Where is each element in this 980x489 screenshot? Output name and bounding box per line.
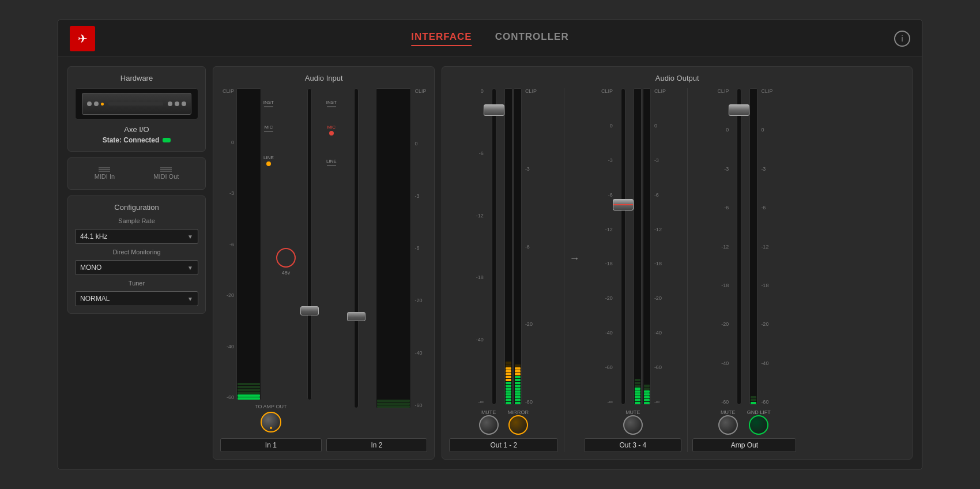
ampout-scale-right: CLIP 0 -3 -6 -12 -18 -20 -40 -60 — [760, 88, 771, 405]
ampout-meter — [749, 88, 757, 405]
in1-fader-area — [298, 88, 322, 400]
ampout-meter-single — [749, 88, 757, 405]
audio-output-title: Audio Output — [449, 74, 905, 82]
out34-section: CLIP 0 -3 -6 -12 -18 -20 -40 -60 -∞ — [584, 88, 688, 452]
device-knob-3 — [168, 101, 172, 106]
in2-fader-handle[interactable] — [347, 312, 365, 321]
in2-label: In 2 — [326, 438, 428, 452]
in2-line-label: LINE — [326, 159, 337, 167]
out34-scale-right: CLIP 0 -3 -6 -12 -18 -20 -40 -60 -∞ — [653, 88, 665, 405]
input-channels: CLIP 0 -3 -6 -20 -40 -60 — [220, 88, 427, 452]
midi-in-label: MIDI In — [95, 173, 115, 180]
ampout-gnd-label: GND LIFT — [747, 409, 771, 415]
phantom-power-button[interactable] — [276, 248, 296, 268]
in1-indicators: INST MIC LINE — [263, 88, 274, 400]
out12-mute-button[interactable] — [479, 415, 499, 435]
out12-meter-l-left — [504, 88, 512, 405]
out12-mute-ctrl: MUTE — [479, 409, 499, 435]
midi-out-icon — [160, 167, 172, 172]
out12-mute-label: MUTE — [481, 409, 496, 415]
state-label: State: Connected — [103, 136, 160, 144]
in1-label: In 1 — [220, 438, 322, 452]
audio-input-title: Audio Input — [220, 74, 427, 82]
out34-fader-track — [621, 88, 625, 405]
out34-mute-label: MUTE — [625, 409, 640, 415]
out34-scale-left: CLIP 0 -3 -6 -12 -18 -20 -40 -60 -∞ — [601, 88, 613, 405]
out34-meter-right — [643, 88, 651, 405]
tab-controller[interactable]: CONTROLLER — [495, 31, 569, 46]
ampout-label: Amp Out — [692, 438, 796, 452]
main-content: Hardware Axe I/O State: Connected — [58, 57, 922, 469]
ampout-gnd-button[interactable] — [749, 415, 768, 435]
direct-monitoring-value: MONO — [80, 264, 101, 272]
configuration-panel: Configuration Sample Rate 44.1 kHz ▼ Dir… — [67, 195, 206, 314]
ampout-mute-button[interactable] — [718, 415, 738, 435]
in2-meter — [376, 88, 412, 408]
sample-rate-select[interactable]: 44.1 kHz ▼ — [75, 229, 198, 244]
out34-mute-button[interactable] — [623, 415, 643, 435]
out12-scale-right: CLIP -3 -6 -20 -60 — [524, 88, 536, 405]
midi-out-label: MIDI Out — [153, 173, 179, 180]
out12-channels: 0 -6 -12 -18 -40 -∞ — [472, 88, 536, 405]
audio-input-panel: Audio Input CLIP 0 -3 -6 -20 -40 -60 — [213, 66, 435, 460]
to-amp-knob[interactable] — [261, 412, 281, 432]
midi-in-icon — [99, 167, 110, 172]
out34-bottom-controls: MUTE — [623, 409, 643, 435]
in1-meter — [236, 88, 261, 400]
out34-mute-ctrl: MUTE — [623, 409, 643, 435]
sample-rate-label: Sample Rate — [75, 217, 198, 224]
ampout-gnd-ctrl: GND LIFT — [747, 409, 771, 435]
tuner-select[interactable]: NORMAL ▼ — [75, 291, 198, 306]
hardware-device-image — [75, 88, 198, 119]
midi-out-item: MIDI Out — [153, 167, 179, 180]
hardware-title: Hardware — [75, 74, 198, 82]
tuner-label: Tuner — [75, 280, 198, 287]
device-knob-5 — [182, 101, 186, 106]
out12-fader-l — [486, 88, 502, 405]
device-knob-4 — [175, 101, 179, 106]
in2-meter-fader: INST MIC LINE — [326, 88, 428, 408]
tuner-value: NORMAL — [80, 295, 110, 303]
input-channel-2: INST MIC LINE — [326, 88, 428, 452]
out12-mirror-ctrl: MIRROR — [508, 409, 529, 435]
out12-mirror-label: MIRROR — [508, 409, 529, 415]
audio-output-panel: Audio Output 0 -6 -12 -18 -40 -∞ — [442, 66, 913, 460]
to-amp-label: TO AMP OUT — [255, 404, 287, 409]
header: ✈ INTERFACE CONTROLLER i — [58, 20, 922, 57]
in2-mic-label: MIC — [327, 125, 336, 137]
in2-indicators: INST MIC LINE — [326, 88, 337, 408]
left-panel: Hardware Axe I/O State: Connected — [67, 66, 206, 460]
out12-meter-l-right — [514, 88, 522, 405]
out12-fader-handle-l[interactable] — [484, 104, 504, 116]
device-knob-1 — [87, 101, 92, 106]
info-icon[interactable]: i — [894, 31, 910, 47]
phantom-label: 48v — [282, 270, 291, 276]
ampout-fader-handle[interactable] — [729, 104, 749, 116]
direct-monitoring-arrow: ▼ — [187, 265, 193, 271]
device-name: Axe I/O — [75, 125, 198, 134]
config-title: Configuration — [75, 203, 198, 212]
out12-bottom-controls: MUTE MIRROR — [479, 409, 529, 435]
ampout-scale-left: CLIP 0 -3 -6 -12 -18 -20 -40 -60 — [717, 88, 729, 405]
out34-meter-left — [634, 88, 642, 405]
device-led-1 — [101, 103, 104, 106]
in1-mic-label: MIC — [264, 125, 273, 133]
config-section: Sample Rate 44.1 kHz ▼ Direct Monitoring… — [75, 217, 198, 306]
out12-scale: 0 -6 -12 -18 -40 -∞ — [472, 88, 484, 405]
logo-icon[interactable]: ✈ — [70, 26, 95, 51]
in2-inst-label: INST — [326, 100, 337, 108]
sample-rate-arrow: ▼ — [187, 234, 193, 240]
out34-fader-handle[interactable] — [613, 199, 634, 210]
sample-rate-value: 44.1 kHz — [80, 232, 107, 240]
device-knob-2 — [94, 101, 99, 106]
in2-meter-segments — [377, 400, 410, 408]
in2-scale: CLIP 0 -3 -6 -20 -40 -60 — [413, 88, 427, 408]
in1-fader-handle[interactable] — [300, 306, 319, 315]
header-tabs: INTERFACE CONTROLLER — [411, 31, 568, 46]
midi-in-item: MIDI In — [95, 167, 115, 180]
direct-monitoring-select[interactable]: MONO ▼ — [75, 260, 198, 275]
out12-mirror-button[interactable] — [508, 415, 528, 435]
out12-meter-l — [504, 88, 522, 405]
tab-interface[interactable]: INTERFACE — [411, 31, 472, 46]
midi-row: MIDI In MIDI Out — [75, 165, 198, 182]
